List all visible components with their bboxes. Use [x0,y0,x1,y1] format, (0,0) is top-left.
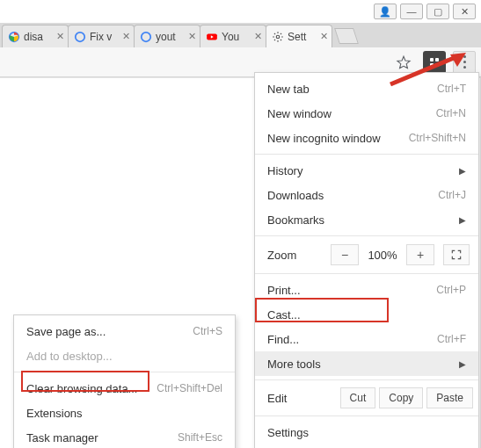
copy-button[interactable]: Copy [379,387,423,408]
submenu-task-manager[interactable]: Task manager Shift+Esc [14,425,235,448]
menu-shortcut: Ctrl+T [437,83,466,95]
submenu-separator [14,372,235,372]
close-icon[interactable]: ✕ [188,31,196,42]
menu-separator [255,154,478,155]
menu-separator [255,235,478,236]
menu-separator [255,415,478,416]
new-tab-button[interactable] [334,28,359,44]
chevron-right-icon: ▶ [459,215,466,225]
tab-4[interactable]: Sett ✕ [266,25,332,47]
menu-print[interactable]: Print... Ctrl+P [255,278,478,302]
zoom-in-button[interactable]: + [406,244,434,265]
menu-bookmarks[interactable]: Bookmarks ▶ [255,207,478,232]
cut-button[interactable]: Cut [340,387,376,408]
menu-label: Print... [267,284,436,297]
close-icon[interactable]: ✕ [56,31,64,42]
zoom-out-button[interactable]: − [331,244,359,265]
submenu-clear-browsing-data[interactable]: Clear browsing data... Ctrl+Shift+Del [14,376,235,401]
svg-point-1 [76,32,85,41]
menu-separator [255,273,478,274]
tab-title: Fix v [90,31,119,43]
chevron-right-icon: ▶ [459,166,466,176]
submenu-shortcut: Ctrl+S [193,325,222,337]
menu-label: New window [267,107,436,120]
tab-3[interactable]: You ✕ [200,25,266,47]
submenu-add-to-desktop[interactable]: Add to desktop... [14,343,235,368]
menu-help[interactable]: Help ▶ [255,444,478,448]
chevron-right-icon: ▶ [459,359,466,369]
menu-label: History [267,164,459,177]
tab-1[interactable]: Fix v ✕ [68,25,135,47]
menu-label: More tools [267,358,459,371]
chrome-menu-button[interactable] [453,51,476,74]
bookmark-star-button[interactable] [391,50,416,75]
zoom-value: 100% [362,249,403,262]
submenu-label: Extensions [26,407,222,420]
menu-shortcut: Ctrl+F [437,333,466,345]
submenu-label: Add to desktop... [26,350,222,363]
maximize-button[interactable]: ▢ [426,4,449,19]
tab-title: You [222,31,251,43]
submenu-label: Save page as... [26,325,193,338]
menu-shortcut: Ctrl+N [436,107,466,119]
menu-shortcut: Ctrl+Shift+N [409,132,466,144]
youtube-icon [206,31,218,43]
chrome-main-menu: New tab Ctrl+T New window Ctrl+N New inc… [254,72,479,448]
profile-button[interactable]: 👤 [374,4,397,19]
menu-more-tools[interactable]: More tools ▶ [255,351,478,376]
tab-0[interactable]: disa ✕ [2,25,69,47]
menu-history[interactable]: History ▶ [255,158,478,183]
menu-cast[interactable]: Cast... [255,302,478,327]
menu-label: New incognito window [267,132,409,145]
submenu-save-page[interactable]: Save page as... Ctrl+S [14,319,235,343]
menu-label: Bookmarks [267,213,459,227]
menu-shortcut: Ctrl+P [436,284,466,296]
extension-button[interactable] [423,51,446,74]
menu-incognito[interactable]: New incognito window Ctrl+Shift+N [255,126,478,150]
edit-label: Edit [267,392,337,405]
menu-label: New tab [267,83,437,96]
google-icon [140,31,152,43]
menu-new-tab[interactable]: New tab Ctrl+T [255,76,478,101]
menu-edit: Edit Cut Copy Paste [255,384,478,412]
google-icon [8,31,20,43]
fullscreen-button[interactable] [443,244,470,265]
more-tools-submenu: Save page as... Ctrl+S Add to desktop...… [13,314,236,448]
submenu-label: Clear browsing data... [26,382,157,395]
svg-point-2 [142,32,151,41]
close-button[interactable]: ✕ [453,4,476,19]
submenu-label: Task manager [26,431,178,444]
menu-label: Settings [267,426,466,439]
svg-point-4 [276,35,280,39]
menu-label: Downloads [267,189,438,202]
zoom-label: Zoom [267,249,327,262]
menu-label: Find... [267,333,437,346]
tab-title: disa [24,31,53,43]
tab-title: Sett [288,31,317,43]
close-icon[interactable]: ✕ [122,31,130,42]
window-controls: 👤 — ▢ ✕ [374,4,476,19]
menu-settings[interactable]: Settings [255,420,478,444]
tab-title: yout [156,31,185,43]
close-icon[interactable]: ✕ [320,31,328,42]
menu-label: Cast... [267,308,466,322]
submenu-shortcut: Ctrl+Shift+Del [157,382,222,394]
tab-strip: disa ✕ Fix v ✕ yout ✕ You ✕ Sett ✕ [0,23,481,47]
close-icon[interactable]: ✕ [254,31,262,42]
submenu-extensions[interactable]: Extensions [14,401,235,425]
submenu-shortcut: Shift+Esc [178,431,222,444]
menu-downloads[interactable]: Downloads Ctrl+J [255,183,478,207]
menu-separator [255,379,478,380]
google-icon [74,31,86,43]
paste-button[interactable]: Paste [426,387,473,408]
menu-shortcut: Ctrl+J [438,189,466,201]
minimize-button[interactable]: — [400,4,423,19]
tab-2[interactable]: yout ✕ [134,25,200,47]
menu-find[interactable]: Find... Ctrl+F [255,327,478,351]
menu-new-window[interactable]: New window Ctrl+N [255,101,478,126]
gear-icon [272,31,284,43]
menu-zoom: Zoom − 100% + [255,240,478,270]
